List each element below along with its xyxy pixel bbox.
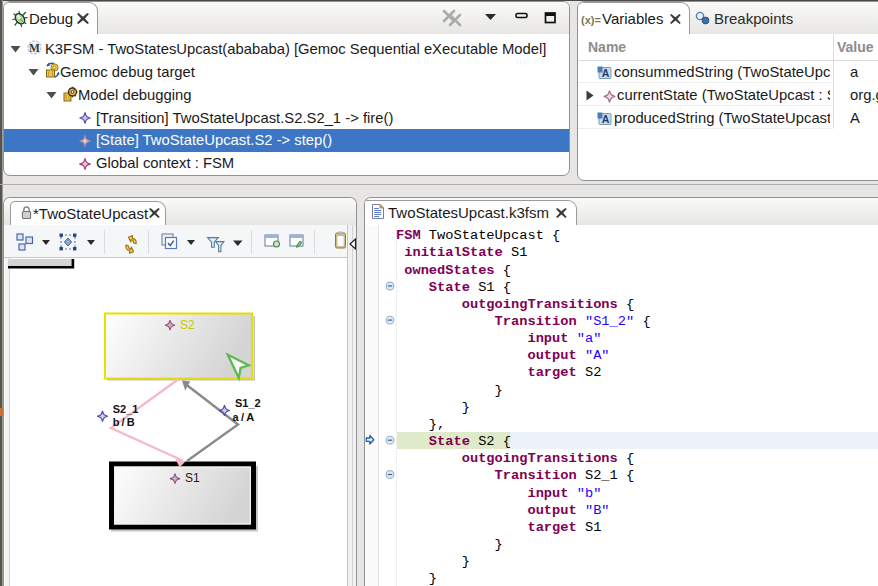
svg-text:S2: S2 bbox=[180, 318, 195, 332]
svg-text:M: M bbox=[29, 42, 40, 54]
svg-text:S1_2: S1_2 bbox=[235, 397, 261, 409]
svg-text:a / A: a / A bbox=[233, 411, 255, 423]
svg-text:b / B: b / B bbox=[113, 416, 135, 428]
svg-text:S2_1: S2_1 bbox=[113, 403, 139, 415]
svg-text:A: A bbox=[602, 67, 610, 79]
svg-text:A: A bbox=[602, 113, 610, 125]
svg-text:S1: S1 bbox=[185, 471, 200, 485]
